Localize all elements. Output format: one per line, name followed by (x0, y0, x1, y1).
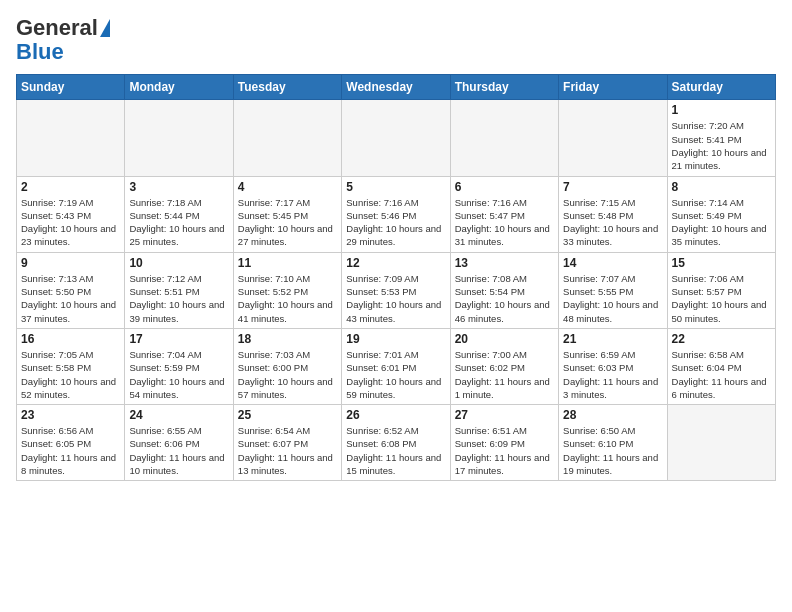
calendar-cell (667, 405, 775, 481)
weekday-header-row: SundayMondayTuesdayWednesdayThursdayFrid… (17, 75, 776, 100)
weekday-header-tuesday: Tuesday (233, 75, 341, 100)
weekday-header-monday: Monday (125, 75, 233, 100)
calendar-cell: 9Sunrise: 7:13 AMSunset: 5:50 PMDaylight… (17, 252, 125, 328)
calendar-cell (342, 100, 450, 176)
day-info: Sunrise: 7:10 AMSunset: 5:52 PMDaylight:… (238, 272, 337, 325)
calendar-cell: 24Sunrise: 6:55 AMSunset: 6:06 PMDayligh… (125, 405, 233, 481)
weekday-header-friday: Friday (559, 75, 667, 100)
day-number: 18 (238, 332, 337, 346)
calendar-cell: 21Sunrise: 6:59 AMSunset: 6:03 PMDayligh… (559, 328, 667, 404)
calendar-cell: 5Sunrise: 7:16 AMSunset: 5:46 PMDaylight… (342, 176, 450, 252)
day-info: Sunrise: 7:18 AMSunset: 5:44 PMDaylight:… (129, 196, 228, 249)
page-header: General Blue (16, 16, 776, 64)
day-number: 3 (129, 180, 228, 194)
day-number: 15 (672, 256, 771, 270)
calendar-cell: 7Sunrise: 7:15 AMSunset: 5:48 PMDaylight… (559, 176, 667, 252)
day-info: Sunrise: 6:54 AMSunset: 6:07 PMDaylight:… (238, 424, 337, 477)
day-info: Sunrise: 6:51 AMSunset: 6:09 PMDaylight:… (455, 424, 554, 477)
calendar-cell: 6Sunrise: 7:16 AMSunset: 5:47 PMDaylight… (450, 176, 558, 252)
day-number: 13 (455, 256, 554, 270)
weekday-header-wednesday: Wednesday (342, 75, 450, 100)
calendar-cell: 23Sunrise: 6:56 AMSunset: 6:05 PMDayligh… (17, 405, 125, 481)
day-info: Sunrise: 7:17 AMSunset: 5:45 PMDaylight:… (238, 196, 337, 249)
calendar-week-row: 1Sunrise: 7:20 AMSunset: 5:41 PMDaylight… (17, 100, 776, 176)
day-number: 25 (238, 408, 337, 422)
day-number: 6 (455, 180, 554, 194)
day-info: Sunrise: 6:59 AMSunset: 6:03 PMDaylight:… (563, 348, 662, 401)
calendar-cell: 25Sunrise: 6:54 AMSunset: 6:07 PMDayligh… (233, 405, 341, 481)
calendar-cell (559, 100, 667, 176)
day-number: 2 (21, 180, 120, 194)
logo-general: General (16, 16, 98, 40)
calendar-week-row: 2Sunrise: 7:19 AMSunset: 5:43 PMDaylight… (17, 176, 776, 252)
day-number: 21 (563, 332, 662, 346)
logo-icon (100, 19, 110, 37)
day-number: 16 (21, 332, 120, 346)
day-number: 22 (672, 332, 771, 346)
calendar-cell: 22Sunrise: 6:58 AMSunset: 6:04 PMDayligh… (667, 328, 775, 404)
day-number: 9 (21, 256, 120, 270)
day-info: Sunrise: 7:04 AMSunset: 5:59 PMDaylight:… (129, 348, 228, 401)
logo: General Blue (16, 16, 110, 64)
calendar-cell: 12Sunrise: 7:09 AMSunset: 5:53 PMDayligh… (342, 252, 450, 328)
day-info: Sunrise: 7:20 AMSunset: 5:41 PMDaylight:… (672, 119, 771, 172)
day-number: 4 (238, 180, 337, 194)
calendar-cell: 20Sunrise: 7:00 AMSunset: 6:02 PMDayligh… (450, 328, 558, 404)
day-number: 5 (346, 180, 445, 194)
day-number: 11 (238, 256, 337, 270)
day-info: Sunrise: 7:07 AMSunset: 5:55 PMDaylight:… (563, 272, 662, 325)
day-number: 1 (672, 103, 771, 117)
calendar-cell (125, 100, 233, 176)
day-number: 24 (129, 408, 228, 422)
day-info: Sunrise: 7:08 AMSunset: 5:54 PMDaylight:… (455, 272, 554, 325)
day-info: Sunrise: 6:58 AMSunset: 6:04 PMDaylight:… (672, 348, 771, 401)
calendar-week-row: 23Sunrise: 6:56 AMSunset: 6:05 PMDayligh… (17, 405, 776, 481)
calendar-cell: 28Sunrise: 6:50 AMSunset: 6:10 PMDayligh… (559, 405, 667, 481)
day-info: Sunrise: 7:09 AMSunset: 5:53 PMDaylight:… (346, 272, 445, 325)
calendar-cell: 13Sunrise: 7:08 AMSunset: 5:54 PMDayligh… (450, 252, 558, 328)
day-number: 8 (672, 180, 771, 194)
weekday-header-saturday: Saturday (667, 75, 775, 100)
calendar-cell: 8Sunrise: 7:14 AMSunset: 5:49 PMDaylight… (667, 176, 775, 252)
calendar-week-row: 9Sunrise: 7:13 AMSunset: 5:50 PMDaylight… (17, 252, 776, 328)
calendar-week-row: 16Sunrise: 7:05 AMSunset: 5:58 PMDayligh… (17, 328, 776, 404)
day-info: Sunrise: 7:06 AMSunset: 5:57 PMDaylight:… (672, 272, 771, 325)
day-number: 14 (563, 256, 662, 270)
day-info: Sunrise: 6:52 AMSunset: 6:08 PMDaylight:… (346, 424, 445, 477)
weekday-header-thursday: Thursday (450, 75, 558, 100)
calendar-cell: 17Sunrise: 7:04 AMSunset: 5:59 PMDayligh… (125, 328, 233, 404)
calendar-cell: 4Sunrise: 7:17 AMSunset: 5:45 PMDaylight… (233, 176, 341, 252)
day-number: 28 (563, 408, 662, 422)
day-info: Sunrise: 7:03 AMSunset: 6:00 PMDaylight:… (238, 348, 337, 401)
day-info: Sunrise: 7:12 AMSunset: 5:51 PMDaylight:… (129, 272, 228, 325)
calendar-cell: 1Sunrise: 7:20 AMSunset: 5:41 PMDaylight… (667, 100, 775, 176)
calendar-cell (17, 100, 125, 176)
day-number: 26 (346, 408, 445, 422)
calendar-cell: 26Sunrise: 6:52 AMSunset: 6:08 PMDayligh… (342, 405, 450, 481)
calendar-cell: 11Sunrise: 7:10 AMSunset: 5:52 PMDayligh… (233, 252, 341, 328)
day-info: Sunrise: 7:19 AMSunset: 5:43 PMDaylight:… (21, 196, 120, 249)
calendar-table: SundayMondayTuesdayWednesdayThursdayFrid… (16, 74, 776, 481)
calendar-cell: 18Sunrise: 7:03 AMSunset: 6:00 PMDayligh… (233, 328, 341, 404)
day-number: 20 (455, 332, 554, 346)
calendar-cell: 15Sunrise: 7:06 AMSunset: 5:57 PMDayligh… (667, 252, 775, 328)
day-info: Sunrise: 6:50 AMSunset: 6:10 PMDaylight:… (563, 424, 662, 477)
day-info: Sunrise: 7:01 AMSunset: 6:01 PMDaylight:… (346, 348, 445, 401)
day-number: 10 (129, 256, 228, 270)
calendar-cell: 19Sunrise: 7:01 AMSunset: 6:01 PMDayligh… (342, 328, 450, 404)
day-number: 27 (455, 408, 554, 422)
day-number: 12 (346, 256, 445, 270)
calendar-cell: 3Sunrise: 7:18 AMSunset: 5:44 PMDaylight… (125, 176, 233, 252)
logo-blue: Blue (16, 40, 64, 64)
day-info: Sunrise: 7:05 AMSunset: 5:58 PMDaylight:… (21, 348, 120, 401)
calendar-cell (233, 100, 341, 176)
calendar-cell: 2Sunrise: 7:19 AMSunset: 5:43 PMDaylight… (17, 176, 125, 252)
day-number: 7 (563, 180, 662, 194)
calendar-cell: 27Sunrise: 6:51 AMSunset: 6:09 PMDayligh… (450, 405, 558, 481)
day-info: Sunrise: 6:56 AMSunset: 6:05 PMDaylight:… (21, 424, 120, 477)
day-info: Sunrise: 7:13 AMSunset: 5:50 PMDaylight:… (21, 272, 120, 325)
day-number: 23 (21, 408, 120, 422)
calendar-cell: 10Sunrise: 7:12 AMSunset: 5:51 PMDayligh… (125, 252, 233, 328)
day-info: Sunrise: 7:14 AMSunset: 5:49 PMDaylight:… (672, 196, 771, 249)
day-info: Sunrise: 7:15 AMSunset: 5:48 PMDaylight:… (563, 196, 662, 249)
